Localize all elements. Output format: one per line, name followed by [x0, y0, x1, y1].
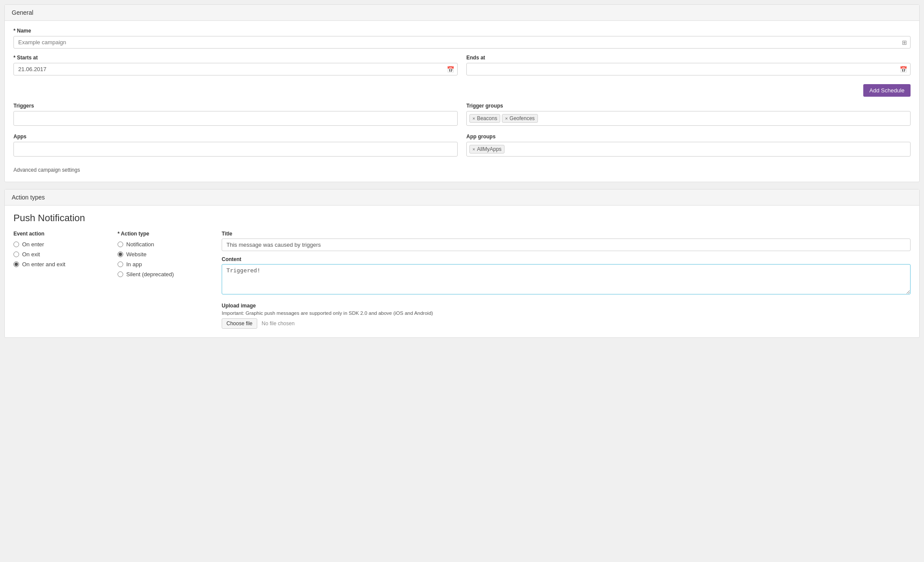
content-textarea[interactable]: Triggered!	[222, 264, 911, 294]
push-notification-title: Push Notification	[13, 212, 911, 224]
title-group: Title	[222, 231, 911, 251]
add-schedule-row: Add Schedule	[13, 84, 911, 97]
tag-remove-icon[interactable]: ×	[505, 116, 508, 121]
trigger-groups-label: Trigger groups	[466, 103, 911, 109]
title-input[interactable]	[222, 239, 911, 251]
radio-on-enter[interactable]: On enter	[13, 241, 109, 248]
app-groups-input[interactable]: ×AllMyApps	[466, 142, 911, 157]
name-input-wrapper: ⊞	[13, 36, 911, 49]
apps-input[interactable]	[13, 142, 458, 157]
advanced-link[interactable]: Advanced campaign settings	[13, 167, 80, 173]
action-types-section: Action types Push Notification Event act…	[4, 189, 920, 338]
radio-on-enter-exit[interactable]: On enter and exit	[13, 261, 109, 268]
action-types-title: Action types	[12, 194, 45, 201]
upload-row: Choose file No file chosen	[222, 318, 911, 329]
starts-at-wrapper: 📅	[13, 63, 458, 75]
trigger-group-tag: ×Geofences	[502, 114, 537, 123]
app-groups-group: App groups ×AllMyApps	[466, 134, 911, 157]
tag-remove-icon[interactable]: ×	[472, 116, 475, 121]
starts-at-group: * Starts at 📅	[13, 55, 458, 75]
trigger-groups-group: Trigger groups ×Beacons×Geofences	[466, 103, 911, 126]
name-icon: ⊞	[902, 39, 907, 46]
ends-at-group: Ends at 📅	[466, 55, 911, 75]
name-group: * Name ⊞	[13, 28, 911, 49]
app-groups-label: App groups	[466, 134, 911, 140]
trigger-groups-input[interactable]: ×Beacons×Geofences	[466, 111, 911, 126]
push-form-grid: Event action On enter On exit On enter a…	[13, 231, 911, 329]
title-label: Title	[222, 231, 911, 237]
starts-at-input[interactable]	[13, 63, 458, 75]
triggers-label: Triggers	[13, 103, 458, 109]
general-section: General * Name ⊞ * Starts at 📅 Ends at	[4, 4, 920, 182]
radio-in-app[interactable]: In app	[118, 261, 213, 268]
right-panel: Title Content Triggered! Upload image Im…	[222, 231, 911, 329]
triggers-row: Triggers Trigger groups ×Beacons×Geofenc…	[13, 103, 911, 132]
action-type-group: Notification Website In app Silent (depr…	[118, 241, 213, 278]
event-action-label: Event action	[13, 231, 109, 237]
content-label: Content	[222, 256, 911, 262]
general-section-header: General	[5, 5, 919, 21]
apps-row: Apps App groups ×AllMyApps	[13, 134, 911, 163]
calendar-icon-start: 📅	[447, 66, 454, 73]
ends-at-wrapper: 📅	[466, 63, 911, 75]
tag-remove-icon[interactable]: ×	[472, 147, 475, 152]
radio-website[interactable]: Website	[118, 251, 213, 258]
event-action-group: On enter On exit On enter and exit	[13, 241, 109, 268]
ends-at-input[interactable]	[466, 63, 911, 75]
calendar-icon-end: 📅	[900, 66, 907, 73]
event-action-col: Event action On enter On exit On enter a…	[13, 231, 109, 329]
name-input[interactable]	[13, 36, 911, 49]
radio-notification[interactable]: Notification	[118, 241, 213, 248]
trigger-group-tag: ×Beacons	[469, 114, 500, 123]
name-label: * Name	[13, 28, 911, 34]
radio-silent[interactable]: Silent (deprecated)	[118, 271, 213, 278]
starts-at-label: * Starts at	[13, 55, 458, 61]
apps-group: Apps	[13, 134, 458, 157]
action-type-col: * Action type Notification Website In ap…	[118, 231, 213, 329]
add-schedule-button[interactable]: Add Schedule	[863, 84, 911, 97]
no-file-chosen: No file chosen	[262, 320, 295, 327]
ends-at-label: Ends at	[466, 55, 911, 61]
date-row: * Starts at 📅 Ends at 📅	[13, 55, 911, 82]
general-title: General	[12, 9, 33, 16]
upload-image-label: Upload image	[222, 303, 911, 309]
action-type-label: * Action type	[118, 231, 213, 237]
action-types-header: Action types	[5, 190, 919, 206]
upload-note: Important: Graphic push messages are sup…	[222, 310, 911, 316]
apps-label: Apps	[13, 134, 458, 140]
triggers-group: Triggers	[13, 103, 458, 126]
radio-on-exit[interactable]: On exit	[13, 251, 109, 258]
upload-section: Upload image Important: Graphic push mes…	[222, 303, 911, 329]
app-group-tag: ×AllMyApps	[469, 145, 505, 154]
choose-file-button[interactable]: Choose file	[222, 318, 257, 329]
triggers-input[interactable]	[13, 111, 458, 126]
content-group: Content Triggered!	[222, 256, 911, 296]
